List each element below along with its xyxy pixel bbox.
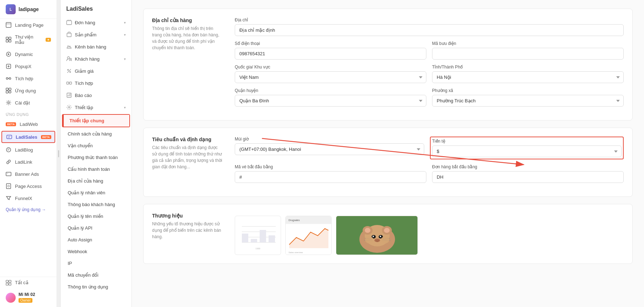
sidebar-item-ladiweb[interactable]: BETA LadiWeb xyxy=(0,118,57,130)
thu-vien-mau-icon xyxy=(6,37,11,42)
sidebar-item-ladiblog[interactable]: LadiBlog xyxy=(0,144,57,156)
address-section-title: Địa chỉ cửa hàng xyxy=(152,17,223,23)
thiet-lap-chevron: ▾ xyxy=(124,106,126,109)
menu-item-giam-gia[interactable]: Giảm giá xyxy=(61,65,131,77)
all-item[interactable]: Tất cả xyxy=(0,277,57,288)
city-group: Tỉnh/Thành Phố Hà Nội xyxy=(432,65,624,83)
tich-hop-menu-icon xyxy=(66,80,72,86)
submenu-phuong-thuc-tt[interactable]: Phương thức thanh toán xyxy=(61,152,131,163)
address-input[interactable] xyxy=(235,24,624,36)
svg-rect-43 xyxy=(242,234,248,242)
menu-item-tich-hop[interactable]: Tích hợp xyxy=(61,77,131,89)
phone-label: Số điện thoại xyxy=(235,41,426,46)
sidebar-item-funnelx[interactable]: FunnelX xyxy=(0,192,57,204)
svg-point-68 xyxy=(365,236,374,244)
svg-rect-0 xyxy=(6,22,11,27)
submenu-thong-tin-ung-dung[interactable]: Thông tin ứng dụng xyxy=(61,281,131,293)
bao-cao-icon xyxy=(66,92,72,98)
timezone-select[interactable]: (GMT+07:00) Bangkok, Hanoi xyxy=(235,143,424,155)
svg-line-32 xyxy=(67,69,71,73)
left-sidebar: L ladipage Landing Page Thư viện mẫu ★ D… xyxy=(0,0,57,307)
district-group: Quận huyện Quận Ba Đình xyxy=(235,88,426,107)
sidebar-item-landing-page[interactable]: Landing Page xyxy=(0,19,57,31)
manage-apps-link[interactable]: Quản lý ứng dụng → xyxy=(0,204,57,215)
banner-ads-icon xyxy=(6,171,11,177)
svg-rect-4 xyxy=(6,40,8,42)
svg-rect-12 xyxy=(9,88,11,90)
brand-title: Thương hiệu xyxy=(152,213,223,219)
svg-text:Drugsales: Drugsales xyxy=(289,219,300,222)
hamster-svg xyxy=(336,216,418,255)
menu-item-bao-cao[interactable]: Báo cáo xyxy=(61,89,131,101)
thumbnail-1[interactable]: 1333 xyxy=(235,216,281,255)
submenu-quan-ly-nv[interactable]: Quản lý nhân viên xyxy=(61,187,131,199)
city-select[interactable]: Hà Nội xyxy=(432,71,624,83)
currency-select[interactable]: $ xyxy=(432,145,622,157)
sidebar-item-tich-hop[interactable]: Tích hợp xyxy=(0,72,57,85)
thumbnail-2[interactable]: Drugsales Sales overview xyxy=(285,216,332,255)
submenu-van-chuyen[interactable]: Vận chuyển xyxy=(61,140,131,152)
giam-gia-icon xyxy=(66,68,72,74)
submenu-thiet-lap-chung[interactable]: Thiết lập chung xyxy=(63,115,129,127)
submenu-quan-ly-ten-mien[interactable]: Quản lý tên miền xyxy=(61,210,131,222)
sidebar-item-ladilink[interactable]: LadiLink xyxy=(0,156,57,168)
menu-item-khach-hang[interactable]: Khách hàng ▾ xyxy=(61,53,131,65)
submenu-auto-assign[interactable]: Auto Assign xyxy=(61,234,131,246)
country-select[interactable]: Việt Nam xyxy=(235,71,426,83)
svg-point-17 xyxy=(6,148,11,152)
submenu-cau-hinh-tt[interactable]: Cấu hình thanh toán xyxy=(61,163,131,175)
svg-point-62 xyxy=(380,236,381,237)
timezone-currency-row: Múi giờ (GMT+07:00) Bangkok, Hanoi Tiền … xyxy=(235,137,624,159)
menu-item-kenh-ban-hang[interactable]: Kênh bán hàng xyxy=(61,41,131,53)
submenu-ip[interactable]: IP xyxy=(61,257,131,269)
submenu-thong-bao[interactable]: Thông báo khách hàng xyxy=(61,199,131,210)
timezone-label: Múi giờ xyxy=(235,137,424,142)
svg-point-63 xyxy=(374,239,380,242)
ladisales-beta-badge: BETA xyxy=(41,135,51,139)
svg-text:Sales overview: Sales overview xyxy=(289,251,303,254)
page-wrapper: Địa chỉ cửa hàng Thông tin địa chỉ sẽ hi… xyxy=(132,0,644,307)
ward-select[interactable]: Phường Trúc Bạch xyxy=(432,95,624,107)
sidebar-item-dynamic[interactable]: Dynamic xyxy=(0,48,57,60)
postal-input[interactable] xyxy=(432,48,624,60)
sidebar-item-cai-dat[interactable]: Cài đặt xyxy=(0,97,57,109)
sidebar-item-ladisales[interactable]: LadiSales BETA xyxy=(1,131,55,143)
phone-input[interactable] xyxy=(235,48,426,60)
voucher-input[interactable] xyxy=(235,171,426,183)
sidebar-toggle[interactable] xyxy=(57,0,61,307)
order-input[interactable] xyxy=(432,171,624,183)
standards-desc: Các tiêu chuẩn và định dạng được sử dụng… xyxy=(152,144,223,170)
all-icon xyxy=(6,280,11,286)
menu-item-don-hang[interactable]: Đơn hàng ▾ xyxy=(61,16,131,29)
user-info: Mi Mi 02 Owner xyxy=(19,292,35,303)
chart-svg-2: Drugsales Sales overview xyxy=(286,216,332,255)
submenu-webhook[interactable]: Webhook xyxy=(61,246,131,257)
submenu-ma-chuyen-doi[interactable]: Mã chuyển đổi xyxy=(61,269,131,281)
district-select[interactable]: Quận Ba Đình xyxy=(235,95,426,107)
thiet-lap-icon xyxy=(66,104,72,110)
sidebar-item-banner-ads[interactable]: Banner Ads xyxy=(0,168,57,180)
country-label: Quốc gia/ Khu vực xyxy=(235,65,426,70)
ladisales-icon xyxy=(6,134,12,140)
sidebar-item-page-access[interactable]: Page Access xyxy=(0,180,57,192)
don-hang-icon xyxy=(66,20,72,25)
address-section-left: Địa chỉ cửa hàng Thông tin địa chỉ sẽ hi… xyxy=(152,17,223,112)
svg-point-61 xyxy=(373,236,374,237)
menu-item-thiet-lap[interactable]: Thiết lập ▾ xyxy=(61,101,131,113)
menu-selected-wrapper: Thiết lập chung xyxy=(62,114,130,127)
svg-rect-34 xyxy=(69,82,72,84)
submenu-dia-chi[interactable]: Địa chỉ cửa hàng xyxy=(61,175,131,187)
thumbnail-row: 1333 Drugsales Sales overview xyxy=(235,216,624,255)
svg-point-9 xyxy=(9,78,11,80)
sidebar-item-ung-dung[interactable]: Ứng dụng xyxy=(0,85,57,97)
thumbnail-hamster[interactable] xyxy=(336,216,418,255)
menu-item-san-pham[interactable]: Sản phẩm ▾ xyxy=(61,29,131,41)
thu-vien-badge: ★ xyxy=(46,38,51,42)
submenu-quan-ly-api[interactable]: Quản lý API xyxy=(61,222,131,234)
postal-label: Mã bưu điện xyxy=(432,41,624,46)
currency-label: Tiền tệ xyxy=(432,139,622,144)
currency-group: Tiền tệ $ xyxy=(430,137,624,159)
sidebar-item-thu-vien-mau[interactable]: Thư viện mẫu ★ xyxy=(0,31,57,48)
submenu-chinh-sach[interactable]: Chính sách cửa hàng xyxy=(61,128,131,140)
sidebar-item-popupx[interactable]: PopupX xyxy=(0,60,57,72)
